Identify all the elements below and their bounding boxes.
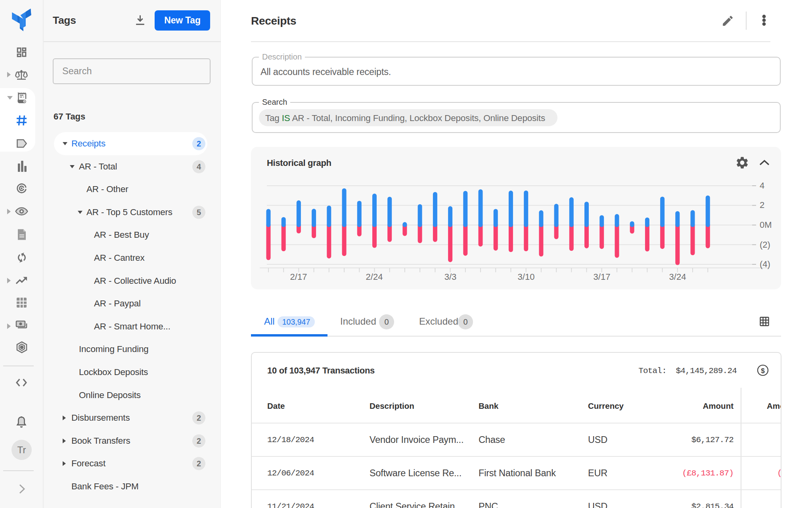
- svg-text:$: $: [761, 367, 765, 375]
